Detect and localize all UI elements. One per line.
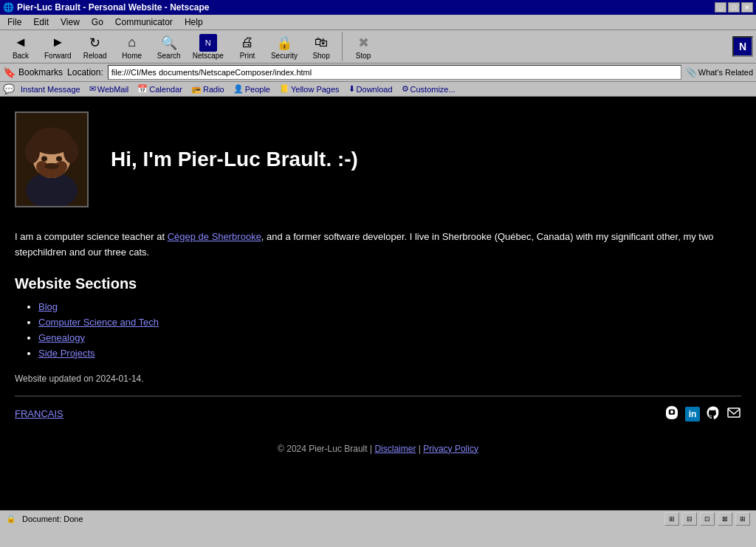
greeting-heading: Hi, I'm Pier-Luc Brault. :-)	[111, 148, 358, 171]
reload-button[interactable]: ↻ Reload	[78, 32, 113, 61]
cegep-link[interactable]: Cégep de Sherbrooke	[168, 231, 261, 242]
list-item: Genealogy	[38, 332, 741, 343]
people-icon: 👤	[233, 84, 244, 94]
bookmark-yellow-pages[interactable]: 📒 Yellow Pages	[276, 83, 343, 94]
bookmarksbar: 💬 Instant Message ✉ WebMail 📅 Calendar 📻…	[0, 82, 756, 97]
bookmark-customize[interactable]: ⚙ Customize...	[399, 83, 458, 94]
francais-link[interactable]: FRANÇAIS	[15, 408, 63, 419]
home-icon: ⌂	[123, 34, 141, 52]
search-icon: 🔍	[160, 34, 178, 52]
list-item: Computer Science and Tech	[38, 317, 741, 328]
status-btn-5[interactable]: ⊞	[735, 512, 750, 526]
bookmarks-text: Bookmarks	[18, 67, 63, 78]
minimize-button[interactable]: _	[715, 2, 726, 13]
print-icon: 🖨	[238, 34, 256, 52]
home-label: Home	[122, 52, 142, 60]
yellow-pages-icon: 📒	[279, 84, 289, 94]
back-button[interactable]: ◄ Back	[3, 32, 38, 61]
stop-label: Stop	[356, 52, 371, 60]
copyright-text: © 2024 Pier-Luc Brault | Disclaimer | Pr…	[15, 438, 741, 454]
shop-button[interactable]: 🛍 Shop	[303, 32, 339, 61]
github-icon[interactable]	[706, 405, 721, 423]
yellow-pages-label: Yellow Pages	[291, 85, 340, 94]
titlebar-controls[interactable]: _ □ ×	[715, 2, 753, 13]
whats-related-button[interactable]: 📎 What's Related	[686, 67, 753, 78]
netscape-animated-logo: N	[732, 36, 753, 57]
im-label: Instant Message	[21, 85, 80, 94]
forward-label: Forward	[44, 52, 72, 60]
genealogy-link[interactable]: Genealogy	[38, 332, 85, 343]
people-label: People	[245, 85, 270, 94]
download-icon: ⬇	[348, 84, 355, 94]
blog-link[interactable]: Blog	[38, 301, 58, 312]
header-section: Hi, I'm Pier-Luc Brault. :-)	[15, 111, 741, 207]
security-label: Security	[271, 52, 298, 60]
search-button[interactable]: 🔍 Search	[151, 32, 187, 61]
forward-icon: ►	[49, 34, 66, 52]
titlebar: 🌐 Pier-Luc Brault - Personal Website - N…	[0, 0, 756, 15]
reload-icon: ↻	[86, 34, 104, 52]
forward-button[interactable]: ► Forward	[40, 32, 76, 61]
cs-tech-link[interactable]: Computer Science and Tech	[38, 317, 159, 328]
side-projects-link[interactable]: Side Projects	[38, 348, 95, 359]
locationbar: 🔖 Bookmarks Location: 📎 What's Related	[0, 63, 756, 82]
shop-label: Shop	[312, 52, 329, 60]
print-label: Print	[240, 52, 255, 60]
email-icon[interactable]	[726, 405, 741, 423]
webmail-icon: ✉	[89, 84, 96, 94]
mastodon-icon[interactable]	[664, 405, 679, 423]
bookmark-people[interactable]: 👤 People	[230, 83, 273, 94]
status-btn-2[interactable]: ⊟	[682, 512, 697, 526]
stop-button[interactable]: ✖ Stop	[346, 32, 381, 61]
list-item: Side Projects	[38, 348, 741, 359]
location-input[interactable]	[108, 65, 681, 80]
security-button[interactable]: 🔒 Security	[267, 32, 302, 61]
netscape-label: Netscape	[193, 52, 224, 60]
status-btn-4[interactable]: ⊠	[718, 512, 732, 526]
menu-help[interactable]: Help	[179, 16, 209, 29]
menu-view[interactable]: View	[55, 16, 86, 29]
disclaimer-link[interactable]: Disclaimer	[374, 444, 416, 454]
location-text: Location:	[67, 67, 103, 78]
svg-point-14	[670, 410, 673, 413]
radio-icon: 📻	[191, 84, 202, 94]
radio-label: Radio	[203, 85, 224, 94]
svg-rect-15	[728, 408, 740, 417]
sections-list: Blog Computer Science and Tech Genealogy…	[38, 301, 741, 359]
close-button[interactable]: ×	[741, 2, 753, 13]
maximize-button[interactable]: □	[728, 2, 740, 13]
netscape-icon: N	[199, 34, 217, 52]
linkedin-icon[interactable]: in	[685, 407, 700, 422]
back-label: Back	[13, 52, 29, 60]
search-label: Search	[157, 52, 181, 60]
status-text: Document: Done	[22, 515, 83, 523]
privacy-link[interactable]: Privacy Policy	[423, 444, 478, 454]
customize-label: Customize...	[410, 85, 456, 94]
home-button[interactable]: ⌂ Home	[114, 32, 150, 61]
svg-point-8	[41, 156, 47, 162]
separator: |	[419, 444, 421, 454]
menu-communicator[interactable]: Communicator	[109, 16, 179, 29]
status-btn-3[interactable]: ⊡	[700, 512, 715, 526]
instant-message-icon: 💬	[3, 83, 15, 94]
menu-edit[interactable]: Edit	[27, 16, 55, 29]
bookmark-webmail[interactable]: ✉ WebMail	[86, 83, 132, 94]
calendar-label: Calendar	[149, 85, 182, 94]
bookmark-instant-message[interactable]: Instant Message	[18, 84, 83, 94]
toolbar: ◄ Back ► Forward ↻ Reload ⌂ Home 🔍 Searc…	[0, 30, 756, 63]
bookmark-icon: 🔖	[3, 66, 16, 78]
bookmark-calendar[interactable]: 📅 Calendar	[134, 83, 185, 94]
webmail-label: WebMail	[97, 85, 129, 94]
menu-go[interactable]: Go	[86, 16, 109, 29]
social-icons: in	[664, 405, 741, 423]
bookmark-radio[interactable]: 📻 Radio	[188, 83, 227, 94]
menu-file[interactable]: File	[1, 16, 27, 29]
svg-point-7	[34, 128, 69, 148]
profile-svg	[16, 113, 87, 206]
reload-label: Reload	[83, 52, 107, 60]
netscape-button[interactable]: N Netscape	[188, 32, 228, 61]
bookmark-download[interactable]: ⬇ Download	[346, 83, 396, 94]
footer: FRANÇAIS in	[15, 405, 741, 438]
print-button[interactable]: 🖨 Print	[230, 32, 265, 61]
status-btn-1[interactable]: ⊞	[664, 512, 679, 526]
